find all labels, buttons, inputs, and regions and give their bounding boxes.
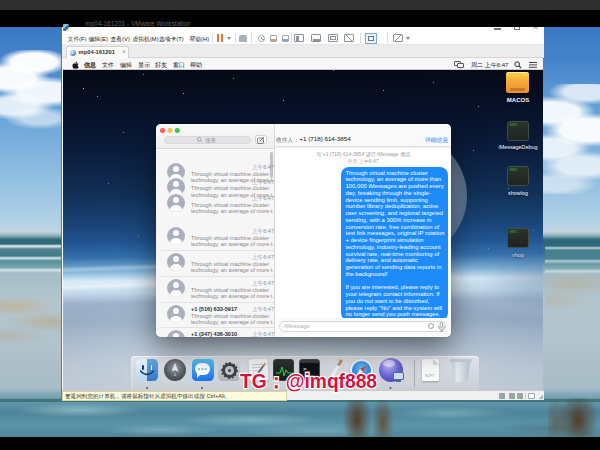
- svg-text:TG：@imqf888: TG：@imqf888: [240, 369, 377, 392]
